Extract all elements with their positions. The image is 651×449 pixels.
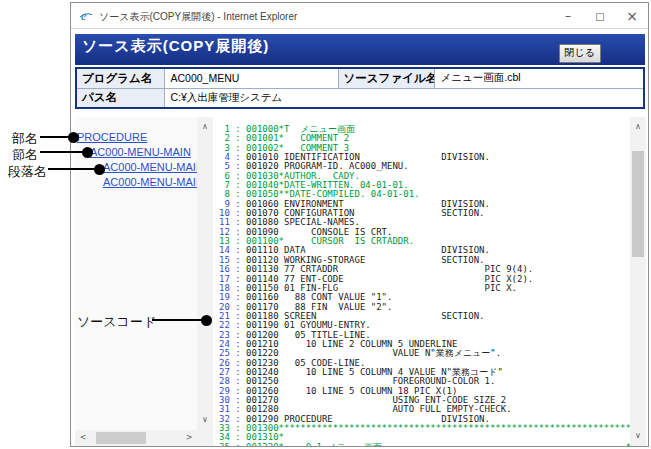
program-name-value: AC000_MENU xyxy=(164,68,338,88)
nav-horizontal-scrollbar[interactable]: < > xyxy=(75,430,197,446)
program-name-label: プログラム名 xyxy=(76,68,164,88)
code-line: 35 : 001320* 0.1 メニュー画面 * xyxy=(219,443,630,446)
source-file-label: ソースファイル名 xyxy=(338,68,434,88)
nav-list: PROCEDUREAC000-MENU-MAINAC000-MENU-MAINA… xyxy=(75,117,197,430)
annotation-paragraph-line xyxy=(48,168,98,170)
table-row: プログラム名 AC000_MENU ソースファイル名 メニュー画面.cbl xyxy=(76,68,644,88)
annotation-paragraph-dot xyxy=(94,164,105,175)
annotation-section-line xyxy=(40,151,85,153)
internet-explorer-icon: e xyxy=(79,9,93,23)
page-header: ソース表示(COPY展開後) 閉じる xyxy=(75,34,645,65)
program-info-table: プログラム名 AC000_MENU ソースファイル名 メニュー画面.cbl パス… xyxy=(75,67,645,109)
nav-vertical-scrollbar[interactable]: ∧ ∨ xyxy=(197,117,213,430)
source-code: 1 : 001000*T メニュー画面 2 : 001001* COMMENT … xyxy=(213,117,630,446)
scroll-up-icon[interactable]: ∧ xyxy=(630,120,646,134)
close-window-button[interactable]: × xyxy=(616,3,648,29)
scroll-right-icon[interactable]: > xyxy=(181,431,197,445)
path-name-value: C:¥入出庫管理システム xyxy=(164,88,644,108)
close-page-button[interactable]: 閉じる xyxy=(559,44,601,63)
scrollbar-corner xyxy=(197,430,213,446)
window-controls: – □ × xyxy=(552,3,648,29)
nav-link[interactable]: AC000-MENU-MAIN xyxy=(75,145,197,160)
nav-link[interactable]: PROCEDURE xyxy=(75,130,197,145)
annotation-sourcecode-dot xyxy=(201,315,212,326)
annotation-paragraph-label: 段落名 xyxy=(8,163,47,181)
source-vertical-scrollbar[interactable]: ∧ ∨ xyxy=(630,117,646,446)
scroll-down-icon[interactable]: ∨ xyxy=(197,413,213,427)
annotation-sourcecode-label: ソースコード xyxy=(77,313,156,331)
nav-link[interactable]: AC000-MENU-MAIN xyxy=(75,175,197,190)
ie-window: e ソース表示(COPY展開後) - Internet Explorer – □… xyxy=(70,2,649,447)
annotation-section-label: 節名 xyxy=(12,146,38,164)
title-bar: e ソース表示(COPY展開後) - Internet Explorer – □… xyxy=(71,3,648,29)
table-row: パス名 C:¥入出庫管理システム xyxy=(76,88,644,108)
vertical-scroll-thumb[interactable] xyxy=(632,151,644,257)
source-file-value: メニュー画面.cbl xyxy=(434,68,644,88)
minimize-button[interactable]: – xyxy=(552,3,584,29)
horizontal-scroll-thumb[interactable] xyxy=(96,432,146,444)
source-pane: 1 : 001000*T メニュー画面 2 : 001001* COMMENT … xyxy=(213,117,646,446)
scroll-down-icon[interactable]: ∨ xyxy=(630,429,646,443)
window-title: ソース表示(COPY展開後) - Internet Explorer xyxy=(99,10,297,24)
annotation-section-dot xyxy=(82,147,93,158)
annotation-division-dot xyxy=(68,132,79,143)
page-title: ソース表示(COPY展開後) xyxy=(82,37,269,56)
path-name-label: パス名 xyxy=(76,88,164,108)
scroll-left-icon[interactable]: < xyxy=(75,431,91,445)
scroll-up-icon[interactable]: ∧ xyxy=(197,120,213,134)
annotation-sourcecode-line xyxy=(152,319,204,321)
maximize-button[interactable]: □ xyxy=(584,3,616,29)
